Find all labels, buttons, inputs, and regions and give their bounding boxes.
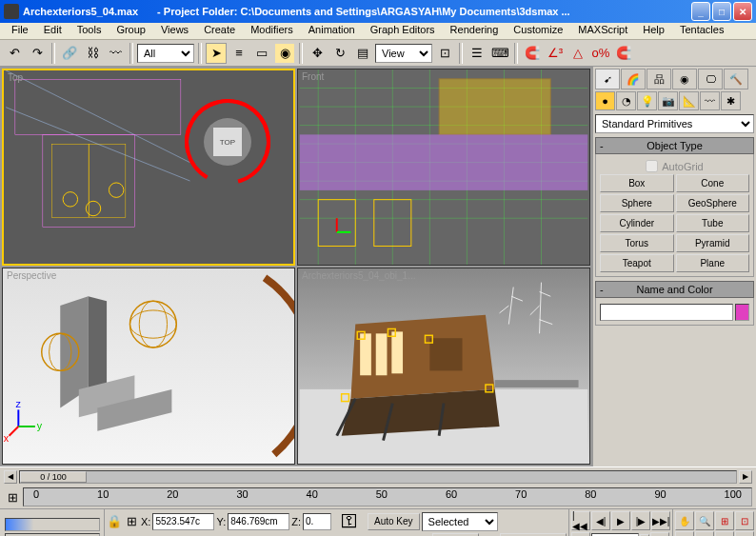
bind-spacewarp-button[interactable]: 〰 xyxy=(105,43,126,64)
select-by-name-button[interactable]: ≡ xyxy=(229,43,249,64)
goto-start-button[interactable]: |◀◀ xyxy=(571,511,590,530)
menu-maxscript[interactable]: MAXScript xyxy=(570,23,635,39)
cylinder-button[interactable]: Cylinder xyxy=(600,214,674,232)
close-button[interactable]: ✕ xyxy=(733,2,752,21)
motion-tab[interactable]: ◉ xyxy=(672,69,697,89)
geometry-subtab[interactable]: ● xyxy=(595,91,615,110)
modify-tab[interactable]: 🌈 xyxy=(621,69,646,89)
spinner-snap-button[interactable]: o% xyxy=(590,43,611,64)
pan-view-button[interactable]: ✥ xyxy=(695,531,714,536)
maximize-button[interactable]: □ xyxy=(712,2,731,21)
tube-button[interactable]: Tube xyxy=(676,214,750,232)
goto-end-button[interactable]: ▶▶| xyxy=(651,511,670,530)
helpers-subtab[interactable]: 📐 xyxy=(679,91,699,110)
menu-create[interactable]: Create xyxy=(196,23,243,39)
window-crossing-button[interactable]: ◉ xyxy=(274,43,295,64)
rotate-button[interactable]: ↻ xyxy=(329,43,350,64)
pan-button[interactable]: ✋ xyxy=(675,511,694,530)
hierarchy-tab[interactable]: 品 xyxy=(647,69,671,89)
autokey-button[interactable]: Auto Key xyxy=(368,513,420,530)
viewport-camera[interactable]: Archexteriors5_04_obi_1... xyxy=(297,268,590,465)
percent-snap-button[interactable]: △ xyxy=(567,43,588,64)
viewport-perspective[interactable]: Perspective xyxy=(2,268,295,465)
select-button[interactable]: ➤ xyxy=(206,43,227,64)
angle-snap-button[interactable]: ∠³ xyxy=(545,43,566,64)
track-left-button[interactable]: ◀ xyxy=(4,470,17,484)
minimize-button[interactable]: _ xyxy=(691,2,710,21)
display-tab[interactable]: 🖵 xyxy=(698,69,723,89)
snap-toggle-button[interactable]: 🧲 xyxy=(522,43,543,64)
lights-subtab[interactable]: 💡 xyxy=(637,91,657,110)
trackview-button[interactable]: ⊞ xyxy=(4,489,21,505)
manipulate-button[interactable]: ☰ xyxy=(467,43,487,64)
menu-views[interactable]: Views xyxy=(153,23,196,39)
status-slot xyxy=(5,533,100,537)
zoom-region-button[interactable]: ⊡ xyxy=(735,511,754,530)
menu-customize[interactable]: Customize xyxy=(506,23,570,39)
menu-graph-editors[interactable]: Graph Editors xyxy=(363,23,443,39)
z-input[interactable] xyxy=(303,513,331,530)
menu-edit[interactable]: Edit xyxy=(36,23,70,39)
snap-options-button[interactable]: 🧲 xyxy=(613,43,634,64)
menu-animation[interactable]: Animation xyxy=(301,23,363,39)
selection-filter-dropdown[interactable]: All xyxy=(137,44,194,63)
y-input[interactable] xyxy=(228,513,289,530)
move-button[interactable]: ✥ xyxy=(307,43,328,64)
next-frame-button[interactable]: |▶ xyxy=(631,511,650,530)
time-slider-handle[interactable]: 0 / 100 xyxy=(20,471,87,483)
object-name-input[interactable] xyxy=(600,304,733,321)
fov-button[interactable]: ▱ xyxy=(675,531,694,536)
x-input[interactable] xyxy=(152,513,214,530)
maximize-viewport-button[interactable]: ⊡ xyxy=(735,531,754,536)
play-button[interactable]: ▶ xyxy=(611,511,630,530)
geosphere-button[interactable]: GeoSphere xyxy=(676,194,750,212)
cameras-subtab[interactable]: 📷 xyxy=(658,91,678,110)
menu-tentacles[interactable]: Tentacles xyxy=(672,23,731,39)
track-right-button[interactable]: ▶ xyxy=(739,470,752,484)
key-mode-toggle[interactable]: ▶| xyxy=(571,532,590,536)
viewport-front[interactable]: Front xyxy=(297,69,590,266)
shapes-subtab[interactable]: ◔ xyxy=(616,91,636,110)
orbit-button[interactable]: ↻ xyxy=(715,531,734,536)
menu-file[interactable]: File xyxy=(4,23,36,39)
scale-button[interactable]: ▤ xyxy=(352,43,373,64)
time-slider[interactable]: 0 / 100 xyxy=(19,470,737,484)
key-mode-dropdown[interactable]: Selected xyxy=(422,512,498,531)
link-button[interactable]: 🔗 xyxy=(59,43,80,64)
prev-frame-button[interactable]: ◀| xyxy=(591,511,610,530)
color-swatch[interactable] xyxy=(735,304,749,321)
menu-help[interactable]: Help xyxy=(635,23,672,39)
viewport-top[interactable]: Top TOP xyxy=(2,69,295,266)
menu-tools[interactable]: Tools xyxy=(70,23,109,39)
zoom-extents-button[interactable]: 🔍 xyxy=(695,511,714,530)
systems-subtab[interactable]: ✱ xyxy=(721,91,741,110)
ref-coord-dropdown[interactable]: View xyxy=(375,44,432,63)
lock-button[interactable]: 🔒 xyxy=(107,514,122,529)
create-tab[interactable]: ➹ xyxy=(595,69,620,89)
object-type-rollout-header[interactable]: - Object Type xyxy=(595,137,754,154)
pivot-button[interactable]: ⊡ xyxy=(434,43,455,64)
autogrid-checkbox[interactable] xyxy=(646,160,658,172)
cone-button[interactable]: Cone xyxy=(676,174,750,192)
menu-group[interactable]: Group xyxy=(109,23,153,39)
sphere-button[interactable]: Sphere xyxy=(600,194,674,212)
teapot-button[interactable]: Teapot xyxy=(600,254,674,272)
utilities-tab[interactable]: 🔨 xyxy=(724,69,748,89)
zoom-all-button[interactable]: ⊞ xyxy=(715,511,734,530)
undo-button[interactable]: ↶ xyxy=(4,43,25,64)
pyramid-button[interactable]: Pyramid xyxy=(676,234,750,252)
time-config-button[interactable]: ⏱ xyxy=(650,532,669,536)
unlink-button[interactable]: ⛓ xyxy=(82,43,103,64)
select-region-button[interactable]: ▭ xyxy=(251,43,272,64)
keyboard-shortcut-button[interactable]: ⌨ xyxy=(489,43,510,64)
spacewarps-subtab[interactable]: 〰 xyxy=(700,91,720,110)
redo-button[interactable]: ↷ xyxy=(27,43,48,64)
menu-rendering[interactable]: Rendering xyxy=(443,23,507,39)
name-color-rollout-header[interactable]: - Name and Color xyxy=(595,281,754,298)
primitive-type-dropdown[interactable]: Standard Primitives xyxy=(595,114,754,133)
torus-button[interactable]: Torus xyxy=(600,234,674,252)
abs-rel-button[interactable]: ⊞ xyxy=(124,514,139,529)
menu-modifiers[interactable]: Modifiers xyxy=(243,23,301,39)
box-button[interactable]: Box xyxy=(600,174,674,192)
plane-button[interactable]: Plane xyxy=(676,254,750,272)
